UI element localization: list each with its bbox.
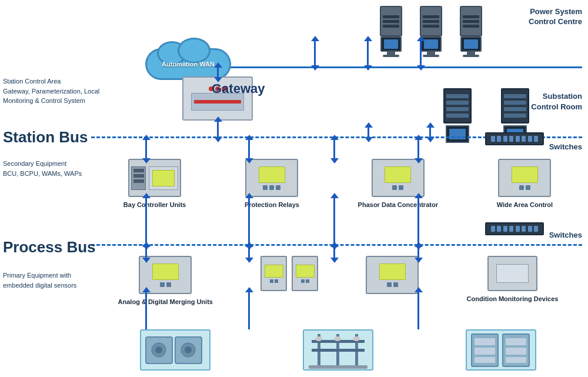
switch-port xyxy=(534,136,538,142)
wide-area-item: Wide Area Control xyxy=(497,159,553,209)
small-device-1 xyxy=(260,256,287,291)
svg-rect-18 xyxy=(475,357,495,363)
panel-slot xyxy=(133,179,144,183)
svg-point-5 xyxy=(185,346,192,353)
switch-port xyxy=(503,226,507,232)
process-bus-label: Process Bus xyxy=(3,238,96,256)
switch-port xyxy=(497,136,501,142)
rack-unit-2 xyxy=(501,88,529,124)
equip-btn xyxy=(526,185,530,190)
small-btns xyxy=(301,279,309,283)
switchgear-svg xyxy=(469,331,533,369)
arrow-phasor-procbus xyxy=(333,197,335,246)
panel-slot xyxy=(133,174,144,178)
server-disk xyxy=(463,20,479,23)
equip-btn xyxy=(160,282,165,287)
rack-slot xyxy=(446,101,469,105)
bay-right-panel xyxy=(149,166,178,190)
sub-monitor-1 xyxy=(446,125,469,143)
switch-port xyxy=(528,226,532,232)
arrow-lower-phys3 xyxy=(417,291,419,329)
arrow-gateway-stationbus xyxy=(217,121,219,138)
monitor-screen-3 xyxy=(460,36,482,52)
arrow-server2 xyxy=(367,40,369,66)
rack-unit-1 xyxy=(443,88,472,124)
wan-label: Automation WAN xyxy=(162,61,215,68)
server-tower-3 xyxy=(460,6,482,36)
arrow-stbus-wide xyxy=(417,139,419,159)
equip-btn xyxy=(393,282,398,287)
server-disk xyxy=(383,15,399,18)
switch-port xyxy=(534,226,538,232)
switch-port xyxy=(522,136,526,142)
arrow-procbus-cond xyxy=(417,246,419,259)
switch-port xyxy=(503,136,507,142)
physical-switchgear xyxy=(466,329,536,371)
condition-monitoring-label: Condition Monitoring Devices xyxy=(467,295,559,303)
substation-svg xyxy=(306,331,370,369)
svg-rect-17 xyxy=(475,348,495,355)
switch-port xyxy=(491,136,495,142)
wide-area-box xyxy=(498,159,551,197)
main-diagram: Power System Control Centre xyxy=(0,0,588,377)
middle-devices xyxy=(260,256,318,291)
server-disk xyxy=(423,25,439,28)
bay-controller-label: Bay Controller Units xyxy=(123,201,186,209)
equip-btn xyxy=(166,282,171,287)
server-unit-1 xyxy=(380,6,402,57)
arrow-procbus-mid xyxy=(248,246,250,259)
small-screen xyxy=(265,265,283,278)
svg-rect-22 xyxy=(506,357,526,363)
rack-slot xyxy=(446,114,469,118)
svg-point-11 xyxy=(315,336,322,341)
equip-btn xyxy=(276,185,280,190)
rack-slot xyxy=(446,94,469,98)
server-disk xyxy=(383,20,399,23)
wide-area-buttons xyxy=(519,185,530,190)
bay-left-panel xyxy=(131,166,146,190)
rack-slot xyxy=(504,101,526,105)
protection-buttons xyxy=(263,185,280,190)
phasor-label: Phasor Data Concentrator xyxy=(358,201,438,209)
merging-buttons xyxy=(160,282,171,287)
switch-port xyxy=(509,136,513,142)
protection-screen xyxy=(259,166,285,183)
monitor-base xyxy=(383,55,399,57)
small-btn xyxy=(301,279,305,283)
bay-controller-item: Bay Controller Units xyxy=(123,159,186,209)
server-disk xyxy=(463,25,479,28)
transformer-svg xyxy=(143,331,208,369)
small-device-2 xyxy=(292,256,318,291)
station-bus-label: Station Bus xyxy=(3,128,88,146)
monitor-base xyxy=(463,55,479,57)
rack-slot xyxy=(446,107,469,111)
sub-device-1 xyxy=(443,88,472,143)
switch-port xyxy=(516,226,520,232)
substation-control-label: Substation Control Room xyxy=(531,91,582,112)
switches-label-bottom: Switches xyxy=(549,231,582,239)
physical-substation xyxy=(303,329,373,371)
lower-wide-item xyxy=(366,256,419,294)
monitor-screen-1 xyxy=(380,36,402,52)
server-unit-3 xyxy=(460,6,482,57)
switch-port xyxy=(516,136,520,142)
arrow-prot-procbus xyxy=(248,197,250,246)
arrow-server1 xyxy=(314,40,316,66)
small-btn xyxy=(270,279,273,283)
lower-wide-box xyxy=(366,256,419,294)
protection-relays-box xyxy=(245,159,298,197)
protection-relays-label: Protection Relays xyxy=(245,201,299,209)
protection-relays-item: Protection Relays xyxy=(245,159,299,209)
switch-port xyxy=(509,226,513,232)
physical-row xyxy=(94,329,582,371)
svg-rect-16 xyxy=(475,338,495,345)
secondary-equip-label: Secondary Equipment BCU, BCPU, WAMs, WAP… xyxy=(3,159,82,178)
lower-wide-buttons xyxy=(387,282,398,287)
svg-rect-14 xyxy=(309,365,368,369)
wide-area-label: Wide Area Control xyxy=(497,201,553,209)
svg-rect-21 xyxy=(506,348,526,355)
switch-port xyxy=(497,226,501,232)
power-system-label: Power System Control Centre xyxy=(529,7,582,27)
equip-btn xyxy=(269,185,274,190)
phasor-item: Phasor Data Concentrator xyxy=(358,159,438,209)
